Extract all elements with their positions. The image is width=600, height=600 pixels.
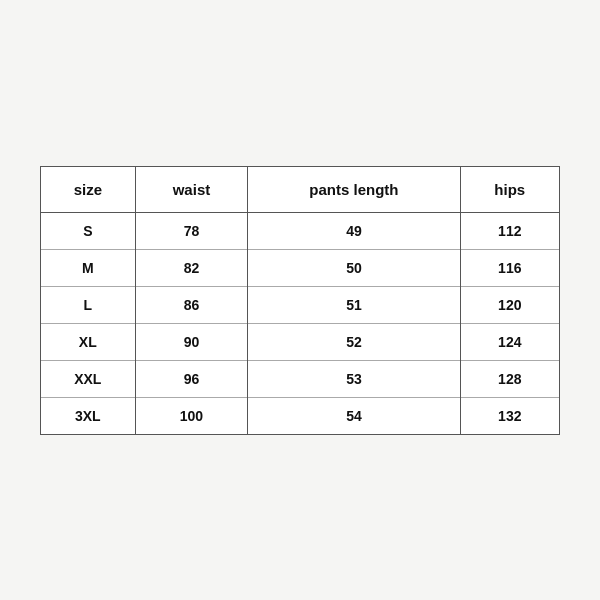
- table-header-row: size waist pants length hips: [41, 167, 559, 213]
- cell-pants_length: 50: [248, 249, 460, 286]
- table-row: L8651120: [41, 286, 559, 323]
- cell-size: XXL: [41, 360, 135, 397]
- cell-pants_length: 53: [248, 360, 460, 397]
- header-hips: hips: [460, 167, 559, 213]
- size-chart-table: size waist pants length hips S7849112M82…: [41, 167, 559, 434]
- cell-waist: 82: [135, 249, 248, 286]
- cell-hips: 116: [460, 249, 559, 286]
- table-row: 3XL10054132: [41, 397, 559, 434]
- cell-hips: 112: [460, 212, 559, 249]
- table-row: XL9052124: [41, 323, 559, 360]
- header-size: size: [41, 167, 135, 213]
- cell-pants_length: 52: [248, 323, 460, 360]
- cell-size: 3XL: [41, 397, 135, 434]
- cell-waist: 96: [135, 360, 248, 397]
- header-waist: waist: [135, 167, 248, 213]
- cell-hips: 132: [460, 397, 559, 434]
- cell-size: XL: [41, 323, 135, 360]
- cell-waist: 78: [135, 212, 248, 249]
- cell-hips: 128: [460, 360, 559, 397]
- table-row: S7849112: [41, 212, 559, 249]
- cell-pants_length: 51: [248, 286, 460, 323]
- cell-size: L: [41, 286, 135, 323]
- header-pants-length: pants length: [248, 167, 460, 213]
- cell-waist: 90: [135, 323, 248, 360]
- cell-pants_length: 49: [248, 212, 460, 249]
- cell-hips: 124: [460, 323, 559, 360]
- cell-size: M: [41, 249, 135, 286]
- cell-waist: 100: [135, 397, 248, 434]
- table-row: XXL9653128: [41, 360, 559, 397]
- cell-pants_length: 54: [248, 397, 460, 434]
- cell-hips: 120: [460, 286, 559, 323]
- cell-size: S: [41, 212, 135, 249]
- table-row: M8250116: [41, 249, 559, 286]
- cell-waist: 86: [135, 286, 248, 323]
- size-chart-container: size waist pants length hips S7849112M82…: [40, 166, 560, 435]
